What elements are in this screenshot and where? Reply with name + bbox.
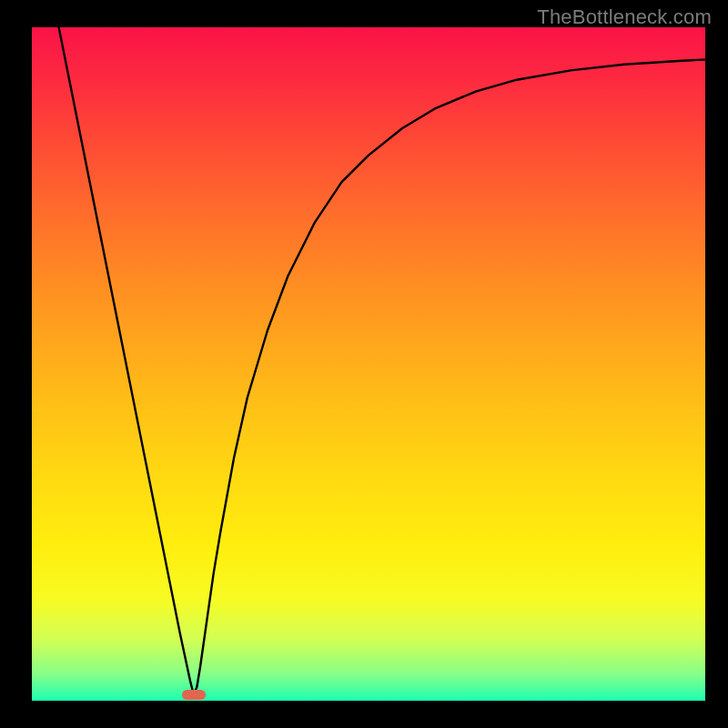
curve-path [59,27,705,694]
watermark-text: TheBottleneck.com [537,5,712,29]
chart-frame: TheBottleneck.com [0,0,728,728]
bottleneck-curve [32,27,705,701]
optimal-marker [182,690,206,700]
plot-area [32,27,705,701]
